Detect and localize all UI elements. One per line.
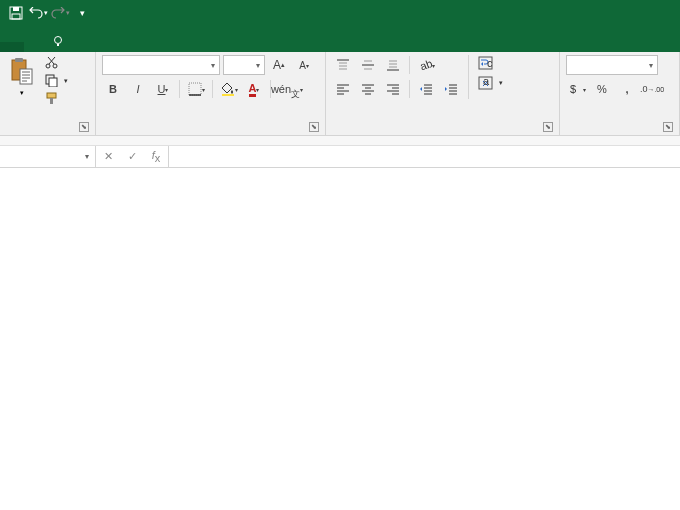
svg-point-8 — [53, 64, 57, 68]
undo-icon[interactable]: ▾ — [28, 3, 48, 23]
svg-text:a: a — [483, 76, 490, 87]
decrease-font-button[interactable]: A▾ — [293, 55, 315, 75]
save-icon[interactable] — [6, 3, 26, 23]
brush-icon — [45, 92, 58, 105]
align-bottom-button[interactable] — [382, 55, 404, 75]
formula-input[interactable] — [169, 146, 680, 167]
wrap-text-button[interactable]: c — [475, 55, 506, 71]
percent-button[interactable]: % — [591, 79, 613, 99]
svg-point-7 — [46, 64, 50, 68]
tab-file[interactable] — [0, 42, 24, 52]
fx-button[interactable]: fx — [144, 149, 168, 164]
currency-icon: $ — [569, 82, 583, 96]
dialog-launcher-icon[interactable]: ⬊ — [543, 122, 553, 132]
tell-me[interactable] — [44, 30, 76, 52]
comma-button[interactable]: , — [616, 79, 638, 99]
svg-rect-13 — [189, 83, 201, 95]
phonetic-button[interactable]: wén文▾ — [276, 79, 298, 99]
svg-rect-11 — [47, 93, 56, 98]
orientation-button[interactable]: ab▾ — [415, 55, 437, 75]
merge-icon: a — [478, 76, 493, 90]
increase-font-button[interactable]: A▴ — [268, 55, 290, 75]
svg-rect-12 — [50, 98, 53, 104]
group-label-clipboard: ⬊ — [6, 131, 89, 133]
bold-button[interactable]: B — [102, 79, 124, 99]
font-name-select[interactable]: ▾ — [102, 55, 220, 75]
copy-icon — [45, 74, 58, 87]
underline-button[interactable]: U▾ — [152, 79, 174, 99]
svg-text:ab: ab — [418, 58, 432, 72]
border-button[interactable]: ▾ — [185, 79, 207, 99]
font-size-select[interactable]: ▾ — [223, 55, 265, 75]
align-middle-button[interactable] — [357, 55, 379, 75]
fill-color-button[interactable]: ▾ — [218, 79, 240, 99]
svg-rect-5 — [15, 58, 23, 62]
number-format-select[interactable]: ▾ — [566, 55, 658, 75]
align-center-button[interactable] — [357, 79, 379, 99]
copy-button[interactable]: ▾ — [42, 73, 71, 88]
qat-customize-icon[interactable]: ▾ — [72, 3, 92, 23]
formula-bar: ▾ ✕ ✓ fx — [0, 146, 680, 168]
chevron-down-icon: ▾ — [20, 89, 24, 97]
svg-point-3 — [55, 37, 62, 44]
align-left-button[interactable] — [332, 79, 354, 99]
enter-formula-button: ✓ — [120, 150, 144, 163]
scissors-icon — [45, 56, 58, 69]
dialog-launcher-icon[interactable]: ⬊ — [663, 122, 673, 132]
chevron-down-icon: ▾ — [211, 61, 215, 70]
svg-rect-2 — [12, 14, 20, 19]
dialog-launcher-icon[interactable]: ⬊ — [309, 122, 319, 132]
redo-icon[interactable]: ▾ — [50, 3, 70, 23]
name-box[interactable]: ▾ — [0, 146, 96, 167]
font-color-button[interactable]: A▾ — [243, 79, 265, 99]
merge-center-button[interactable]: a▾ — [475, 75, 506, 91]
dialog-launcher-icon[interactable]: ⬊ — [79, 122, 89, 132]
group-label-number: ⬊ — [566, 131, 673, 133]
svg-rect-6 — [20, 69, 32, 84]
group-font: ▾ ▾ A▴ A▾ B I U▾ ▾ ▾ A▾ wén文▾ ⬊ — [96, 52, 326, 135]
group-label-alignment: ⬊ — [332, 131, 553, 133]
align-top-button[interactable] — [332, 55, 354, 75]
cancel-formula-button: ✕ — [96, 150, 120, 163]
format-painter-button[interactable] — [42, 91, 71, 106]
increase-decimal-button[interactable]: .0→.00 — [641, 79, 663, 99]
svg-rect-15 — [222, 94, 234, 96]
chevron-down-icon: ▾ — [85, 152, 89, 161]
quick-access-toolbar: ▾ ▾ ▾ — [0, 0, 680, 26]
lightbulb-icon — [52, 35, 64, 47]
decrease-indent-button[interactable] — [415, 79, 437, 99]
accounting-format-button[interactable]: $▾ — [566, 79, 588, 99]
cut-button[interactable] — [42, 55, 71, 70]
italic-button[interactable]: I — [127, 79, 149, 99]
svg-rect-1 — [13, 7, 19, 11]
chevron-down-icon: ▾ — [649, 61, 653, 70]
align-right-button[interactable] — [382, 79, 404, 99]
group-label-font: ⬊ — [102, 131, 319, 133]
svg-rect-10 — [49, 78, 57, 87]
wrap-icon: c — [478, 56, 493, 70]
ribbon-tabs — [0, 26, 680, 52]
chevron-down-icon: ▾ — [256, 61, 260, 70]
paste-icon — [10, 57, 34, 85]
group-number: ▾ $▾ % , .0→.00 ⬊ — [560, 52, 680, 135]
svg-text:$: $ — [570, 83, 576, 95]
group-clipboard: ▾ ▾ ⬊ — [0, 52, 96, 135]
increase-indent-button[interactable] — [440, 79, 462, 99]
svg-text:c: c — [487, 57, 493, 69]
ribbon: ▾ ▾ ⬊ ▾ ▾ A▴ A▾ B I U▾ ▾ — [0, 52, 680, 136]
group-alignment: ab▾ c a▾ ⬊ — [326, 52, 560, 135]
paste-button[interactable]: ▾ — [6, 55, 38, 99]
